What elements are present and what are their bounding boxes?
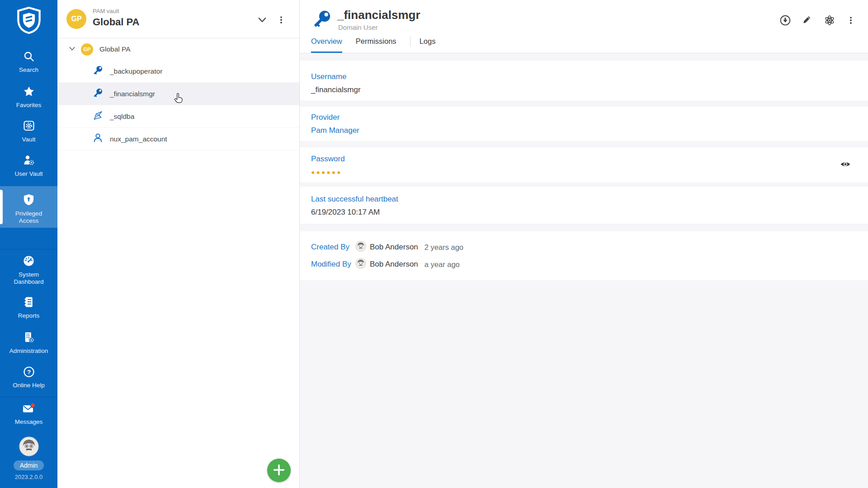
sidebar-item-label: System Dashboard xyxy=(10,271,48,286)
sidebar-item-label: Favorites xyxy=(16,102,42,109)
entry-tabs: Overview Permissions Logs xyxy=(311,37,435,53)
entry-header: _financialsmgr Domain User xyxy=(300,0,868,53)
plus-icon xyxy=(267,458,291,483)
svg-text:?: ? xyxy=(27,369,30,375)
sidebar-item-label: Administration xyxy=(9,347,48,355)
tab-logs[interactable]: Logs xyxy=(420,37,436,53)
kebab-menu-icon xyxy=(277,15,286,26)
field-heartbeat: Last successful heartbeat 6/19/2023 10:1… xyxy=(300,187,868,224)
app-logo-shield-icon xyxy=(0,6,57,34)
vault-safe-icon xyxy=(23,120,35,134)
entry-title: _financialsmgr xyxy=(337,8,420,22)
created-by-label[interactable]: Created By xyxy=(311,243,355,252)
tree-item-label: _backupoperator xyxy=(110,67,162,75)
user-icon xyxy=(93,133,103,145)
edit-button[interactable] xyxy=(801,14,814,28)
sidebar-item-vault[interactable]: Vault xyxy=(0,120,57,143)
sidebar-item-administration[interactable]: Administration xyxy=(0,331,57,355)
tree-item-label: _financialsmgr xyxy=(110,90,155,98)
modified-by-user: Bob Anderson xyxy=(370,260,418,269)
field-label: Last successful heartbeat xyxy=(311,195,868,204)
tree-root-global-pa[interactable]: GP Global PA xyxy=(57,38,299,60)
user-avatar xyxy=(355,258,366,271)
star-icon xyxy=(23,86,35,99)
created-by-row: Created By Bob Anderson 2 years ago xyxy=(311,239,868,256)
vault-avatar-badge[interactable]: GP xyxy=(66,9,86,29)
field-value: 6/19/2023 10:17 AM xyxy=(311,208,868,217)
tree-item-sqldba[interactable]: _sqldba xyxy=(57,105,299,128)
sidebar-item-label: Messages xyxy=(15,418,43,426)
sidebar-item-system-dashboard[interactable]: System Dashboard xyxy=(0,255,57,286)
sidebar-item-label: User Vault xyxy=(14,170,42,178)
sidebar-item-search[interactable]: Search xyxy=(0,51,57,74)
vault-name[interactable]: Global PA xyxy=(93,16,140,28)
provider-link[interactable]: Pam Manager xyxy=(311,126,868,135)
vault-switch-chevron-button[interactable] xyxy=(256,14,269,28)
sidebar-user-section[interactable]: Admin xyxy=(0,436,57,470)
tree-item-nux-pam-account[interactable]: nux_pam_account xyxy=(57,128,299,150)
sidebar-item-label: Reports xyxy=(18,312,39,319)
audit-card: Created By Bob Anderson 2 years ago Modi… xyxy=(300,231,868,280)
vault-type-label: PAM vault xyxy=(93,8,119,14)
app-version: 2023.2.0.0 xyxy=(0,474,57,480)
sidebar-item-label: Vault xyxy=(22,136,36,143)
tab-permissions[interactable]: Permissions xyxy=(356,37,396,53)
active-nav-indicator xyxy=(0,190,3,224)
masked-password: ●●●●●● xyxy=(311,169,868,176)
sql-server-icon xyxy=(93,110,103,122)
tab-overview[interactable]: Overview xyxy=(311,37,342,53)
vault-header: GP PAM vault Global PA xyxy=(57,0,299,38)
pam-actions-button[interactable] xyxy=(823,14,836,28)
sidebar-divider xyxy=(0,249,57,249)
sidebar-item-label: Online Help xyxy=(13,382,45,389)
entry-more-menu-button[interactable] xyxy=(845,15,856,27)
entry-type-label: Domain User xyxy=(338,23,378,31)
tree-item-label: _sqldba xyxy=(110,113,134,121)
reports-notebook-icon xyxy=(23,296,35,310)
sidebar: Search Favorites Vault User Vault Privil… xyxy=(0,0,57,488)
privileged-access-shield-icon xyxy=(23,193,35,208)
user-avatar[interactable] xyxy=(19,436,39,458)
sidebar-item-privileged-access[interactable]: Privileged Access xyxy=(0,186,57,228)
created-by-when: 2 years ago xyxy=(425,243,463,252)
current-user-badge: Admin xyxy=(14,460,44,470)
messages-envelope-icon xyxy=(22,403,36,416)
sidebar-item-label: Privileged Access xyxy=(9,210,48,225)
reveal-password-button[interactable] xyxy=(839,159,852,170)
add-entry-button[interactable] xyxy=(267,459,291,482)
key-icon xyxy=(93,88,103,100)
mouse-hand-cursor xyxy=(174,93,184,107)
vault-more-menu-button[interactable] xyxy=(276,14,287,27)
field-username: Username _financialsmgr xyxy=(300,61,868,100)
key-icon xyxy=(93,65,103,77)
tree-item-backupoperator[interactable]: _backupoperator xyxy=(57,60,299,83)
field-label: Provider xyxy=(311,113,868,122)
administration-building-icon xyxy=(23,331,35,345)
tab-separator xyxy=(410,37,410,47)
sidebar-item-favorites[interactable]: Favorites xyxy=(0,86,57,109)
sidebar-item-reports[interactable]: Reports xyxy=(0,296,57,319)
sidebar-item-messages[interactable]: Messages xyxy=(0,403,57,426)
sidebar-item-user-vault[interactable]: User Vault xyxy=(0,155,57,178)
sidebar-item-online-help[interactable]: ? Online Help xyxy=(0,366,57,389)
tree-expand-chevron-icon[interactable] xyxy=(68,44,76,55)
created-by-user: Bob Anderson xyxy=(370,243,418,252)
modified-by-when: a year ago xyxy=(425,260,460,269)
modified-by-row: Modified By Bob Anderson a year ago xyxy=(311,256,868,273)
tree-root-label: Global PA xyxy=(99,45,131,53)
vault-root-badge: GP xyxy=(81,43,93,56)
field-provider: Provider Pam Manager xyxy=(300,107,868,141)
search-icon xyxy=(23,51,35,64)
atom-icon xyxy=(824,14,835,28)
help-question-icon: ? xyxy=(23,366,35,380)
vault-panel: GP PAM vault Global PA GP Global PA xyxy=(57,0,300,488)
sidebar-divider xyxy=(0,397,57,397)
user-avatar xyxy=(355,241,366,253)
field-label: Username xyxy=(311,72,868,81)
entry-actions xyxy=(778,14,856,28)
field-value: _financialsmgr xyxy=(311,85,868,94)
chevron-down-icon xyxy=(257,14,268,27)
modified-by-label[interactable]: Modified By xyxy=(311,260,355,269)
field-label: Password xyxy=(311,155,868,164)
checkout-button[interactable] xyxy=(778,14,792,28)
